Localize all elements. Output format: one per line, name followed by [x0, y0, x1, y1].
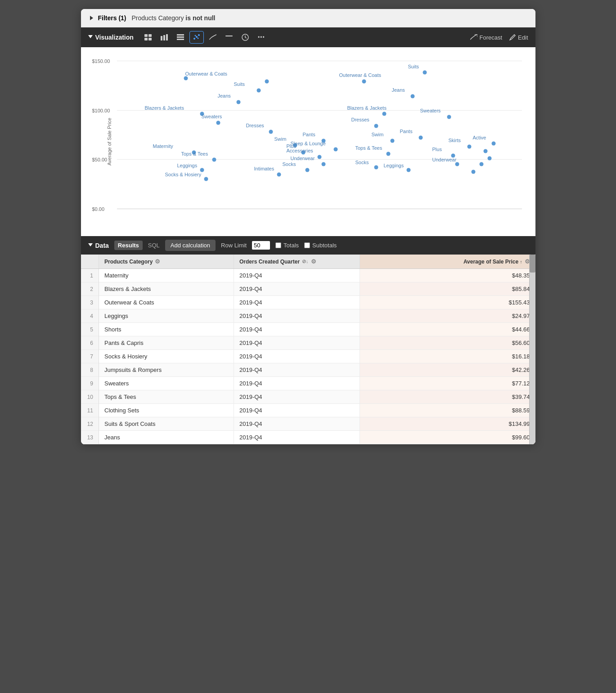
svg-rect-2: [144, 38, 148, 40]
edit-btn[interactable]: Edit: [509, 34, 528, 41]
label-active: Active: [473, 135, 486, 140]
forecast-label: Forecast: [480, 34, 503, 41]
subtotals-group: Subtotals: [304, 242, 337, 249]
label-maternity-1: Maternity: [153, 143, 173, 149]
svg-rect-15: [225, 36, 233, 36]
svg-rect-8: [177, 36, 184, 38]
label-socks-1: Socks: [283, 161, 296, 167]
table-container: Products Category ⚙ Orders Created Quart…: [81, 255, 535, 444]
cell-quarter: 2019-Q4: [234, 309, 360, 323]
cell-price: $24.97: [360, 309, 535, 323]
totals-checkbox[interactable]: [275, 242, 281, 248]
subtotals-checkbox[interactable]: [304, 242, 310, 248]
label-dresses-2: Dresses: [351, 117, 369, 122]
cell-price: $42.26: [360, 363, 535, 377]
data-toggle[interactable]: Data: [88, 242, 109, 249]
cell-category: Leggings: [99, 309, 234, 323]
viz-toggle[interactable]: Visualization: [88, 34, 134, 41]
row-limit-input[interactable]: [252, 241, 270, 250]
cell-category: Sweaters: [99, 377, 234, 390]
bar-view-btn[interactable]: [157, 31, 171, 44]
svg-rect-7: [177, 34, 184, 36]
cell-num: 11: [81, 404, 99, 417]
label-plus-2: Plus: [432, 147, 442, 152]
area-view-btn[interactable]: [222, 31, 236, 44]
table3-view-btn[interactable]: [173, 31, 188, 44]
cell-category: Suits & Sport Coats: [99, 417, 234, 431]
table-row: 5 Shorts 2019-Q4 $44.66: [81, 323, 535, 336]
dot-tops-1: [212, 158, 216, 162]
label-suits-2: Suits: [408, 64, 419, 69]
results-tab[interactable]: Results: [114, 241, 143, 250]
table-row: 11 Clothing Sets 2019-Q4 $88.59: [81, 404, 535, 417]
label-swim-1: Swim: [274, 136, 287, 142]
label-outerwear-2: Outerwear & Coats: [339, 72, 382, 78]
chart-inner: Average of Sale Price $150.00 $100.00 $5…: [90, 56, 526, 227]
cell-price: $99.60: [360, 431, 535, 444]
viz-label: Visualization: [95, 34, 134, 41]
dot-sleep-1: [333, 148, 337, 152]
dot-underwear-2: [455, 162, 459, 166]
cell-category: Jumpsuits & Rompers: [99, 363, 234, 377]
sql-tab[interactable]: SQL: [148, 242, 160, 249]
viz-toolbar: Visualization: [81, 27, 535, 47]
dot-jeans-1: [236, 100, 240, 104]
th-price-label: Average of Sale Price ↑: [463, 259, 522, 265]
label-swim-2: Swim: [372, 132, 384, 137]
y-label-150: $150.00: [92, 58, 110, 64]
cell-price: $88.59: [360, 404, 535, 417]
y-label-100: $100.00: [92, 108, 110, 113]
label-blazers-1: Blazers & Jackets: [145, 105, 184, 111]
label-sweaters-1: Sweaters: [202, 114, 222, 119]
cell-num: 2: [81, 282, 99, 296]
forecast-btn[interactable]: Forecast: [470, 34, 503, 41]
scatter-view-btn[interactable]: [189, 31, 204, 44]
cell-num: 4: [81, 309, 99, 323]
line-view-btn[interactable]: [206, 31, 220, 44]
th-num: [81, 255, 99, 269]
filter-label: Filters (1): [98, 14, 126, 22]
clock-view-btn[interactable]: [238, 31, 252, 44]
quarter-filter-icon[interactable]: ⊘↓: [302, 259, 309, 264]
add-calculation-btn[interactable]: Add calculation: [165, 240, 216, 251]
more-icon: •••: [258, 34, 265, 40]
table-scrollbar[interactable]: [529, 255, 535, 444]
svg-point-14: [197, 38, 198, 39]
cell-quarter: 2019-Q4: [234, 269, 360, 282]
cell-price: $44.66: [360, 323, 535, 336]
cell-quarter: 2019-Q4: [234, 404, 360, 417]
quarter-settings-icon[interactable]: ⚙: [311, 258, 316, 265]
table-view-btn[interactable]: [141, 31, 155, 44]
th-price: Average of Sale Price ↑ ⚙: [360, 255, 535, 269]
cell-num: 10: [81, 390, 99, 404]
label-underwear-1: Underwear: [291, 156, 315, 161]
label-dresses-1: Dresses: [246, 123, 264, 128]
cell-num: 7: [81, 350, 99, 363]
main-container: Filters (1) Products Category is not nul…: [81, 9, 535, 444]
table-row: 8 Jumpsuits & Rompers 2019-Q4 $42.26: [81, 363, 535, 377]
chart-plot: $150.00 $100.00 $50.00 $0.00 Outerwear &…: [117, 61, 522, 209]
label-sweaters-2: Sweaters: [420, 108, 441, 113]
filter-toggle[interactable]: Filters (1): [90, 14, 126, 22]
dot-sweaters-2: [447, 115, 451, 119]
dot-suits-1: [256, 88, 261, 92]
cell-quarter: 2019-Q4: [234, 363, 360, 377]
dot-blazers-2: [382, 112, 386, 116]
dot-extra1: [265, 80, 269, 84]
category-settings-icon[interactable]: ⚙: [155, 258, 160, 265]
cell-category: Blazers & Jackets: [99, 282, 234, 296]
dot-extra5: [471, 170, 475, 174]
data-toolbar: Data Results SQL Add calculation Row Lim…: [81, 236, 535, 255]
dot-sockshosiery-1: [204, 177, 208, 181]
more-viz-btn[interactable]: •••: [254, 31, 269, 44]
dot-sweaters-1: [216, 121, 220, 125]
cell-price: $16.18: [360, 350, 535, 363]
cell-quarter: 2019-Q4: [234, 390, 360, 404]
cell-category: Maternity: [99, 269, 234, 282]
y-axis-label: Average of Sale Price: [107, 118, 112, 165]
th-category-label: Products Category: [104, 259, 153, 265]
cell-quarter: 2019-Q4: [234, 282, 360, 296]
table-row: 3 Outerwear & Coats 2019-Q4 $155.43: [81, 296, 535, 309]
dot-socks-2: [374, 165, 378, 169]
svg-point-13: [194, 35, 196, 36]
